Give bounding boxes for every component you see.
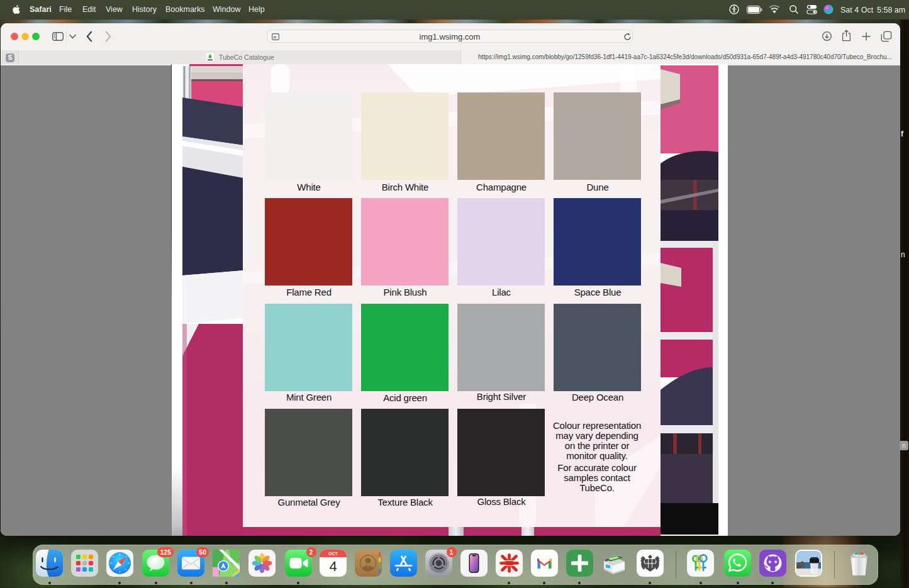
svg-text:OCT: OCT xyxy=(328,552,338,556)
svg-text:4: 4 xyxy=(329,558,337,574)
